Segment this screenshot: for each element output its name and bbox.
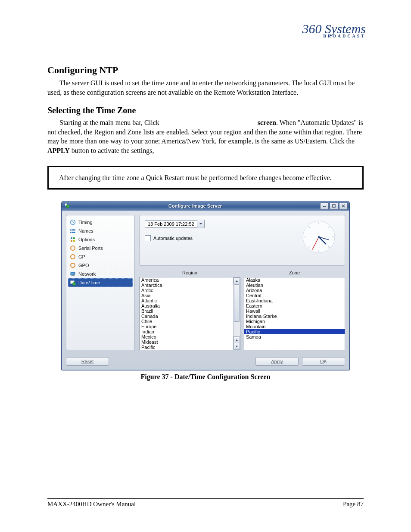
auto-updates-label: Automatic updates <box>153 236 193 241</box>
datetime-dropdown-button[interactable] <box>197 220 205 228</box>
svg-rect-15 <box>71 240 72 242</box>
zone-option[interactable]: Arizona <box>244 288 345 293</box>
sidebar-item-options[interactable]: Options <box>68 235 133 244</box>
svg-point-17 <box>71 246 75 250</box>
heading-selecting-timezone: Selecting the Time Zone <box>47 106 364 115</box>
datetime-display[interactable]: 13 Feb 2009 17:22:52 <box>145 220 197 228</box>
svg-rect-20 <box>71 272 75 275</box>
svg-point-23 <box>73 283 76 286</box>
auto-updates-checkbox[interactable] <box>145 235 151 241</box>
region-option[interactable]: America <box>140 277 233 283</box>
svg-point-19 <box>71 263 75 268</box>
window-titlebar[interactable]: Configure Image Server <box>62 201 349 211</box>
zone-column-header: Zone <box>244 269 345 277</box>
sidebar-item-label: Names <box>78 228 93 233</box>
scroll-down-icon[interactable] <box>234 343 240 350</box>
region-column-header: Region <box>139 269 240 277</box>
svg-rect-10 <box>72 230 75 231</box>
region-option[interactable]: Arctic <box>140 288 233 293</box>
para-timezone: Starting at the main menu bar, Click scr… <box>47 118 364 155</box>
window-title: Configure Image Server <box>70 203 320 208</box>
ok-button[interactable]: OK <box>302 357 345 366</box>
region-option[interactable]: Brazil <box>140 308 233 314</box>
sidebar-item-label: Date/Time <box>78 280 100 285</box>
sidebar-item-names[interactable]: Names <box>68 227 133 235</box>
svg-rect-7 <box>70 229 72 230</box>
zone-option[interactable]: Michigan <box>244 319 345 324</box>
para-ntp-intro: The server GUI is used to set the time z… <box>47 78 364 97</box>
svg-rect-12 <box>72 232 75 233</box>
svg-rect-21 <box>72 275 74 276</box>
region-option[interactable]: Australia <box>140 303 233 308</box>
heading-configuring-ntp: Configuring NTP <box>47 65 364 76</box>
window-minimize-button[interactable] <box>320 202 329 210</box>
analog-clock-icon <box>301 219 337 255</box>
sidebar-item-serial-ports[interactable]: Serial Ports <box>68 244 133 252</box>
region-option[interactable]: Antarctica <box>140 283 233 288</box>
window-maximize-button[interactable] <box>330 202 338 210</box>
zone-option[interactable]: Pacific <box>244 329 345 334</box>
region-listbox[interactable]: AmericaAntarcticaArcticAsiaAtlanticAustr… <box>139 277 240 350</box>
note-text: After changing the time zone a Quick Res… <box>59 173 352 183</box>
region-option[interactable]: Mexico <box>140 334 233 339</box>
zone-option[interactable]: Central <box>244 293 345 298</box>
sidebar: TimingNamesOptionsSerial PortsGPIGPONetw… <box>66 215 135 350</box>
region-option[interactable]: Europe <box>140 324 233 329</box>
note-box-restart: After changing the time zone a Quick Res… <box>47 166 364 190</box>
zone-listbox[interactable]: AlaskaAleutianArizonaCentralEast-Indiana… <box>244 277 345 350</box>
window-app-icon <box>64 203 70 209</box>
gpi-icon <box>70 254 76 260</box>
sidebar-item-timing[interactable]: Timing <box>68 218 133 227</box>
svg-point-36 <box>318 236 320 238</box>
sidebar-item-label: Options <box>78 237 95 242</box>
region-option[interactable]: Mideast <box>140 339 233 345</box>
apply-button[interactable]: Apply <box>255 357 299 366</box>
region-scrollbar[interactable] <box>233 277 240 350</box>
scroll-up-small-icon[interactable] <box>234 336 240 343</box>
reset-button[interactable]: Reset <box>66 357 109 366</box>
svg-rect-16 <box>73 240 75 242</box>
zone-option[interactable]: Samoa <box>244 334 345 339</box>
names-icon <box>70 228 76 234</box>
zone-option[interactable]: Alaska <box>244 277 345 283</box>
sidebar-item-label: Timing <box>78 220 93 225</box>
figure-caption: Figure 37 - Date/Time Configuration Scre… <box>47 373 364 381</box>
options-icon <box>70 236 76 243</box>
configure-image-server-window: Configure Image Server TimingNamesOption… <box>61 201 350 370</box>
svg-rect-3 <box>333 205 335 207</box>
datetime-panel: 13 Feb 2009 17:22:52 Automatic updates <box>139 215 345 266</box>
sidebar-item-label: GPO <box>78 263 89 268</box>
svg-rect-9 <box>70 230 72 231</box>
svg-rect-11 <box>70 232 72 233</box>
region-option[interactable]: Indian <box>140 329 233 334</box>
window-close-button[interactable] <box>339 202 348 210</box>
svg-rect-13 <box>71 237 72 239</box>
region-option[interactable]: Chile <box>140 319 233 324</box>
sidebar-item-label: Serial Ports <box>78 246 103 251</box>
footer-manual-title: MAXX-2400HD Owner's Manual <box>47 501 136 508</box>
scroll-up-icon[interactable] <box>234 277 240 284</box>
zone-option[interactable]: Mountain <box>244 324 345 329</box>
svg-line-6 <box>73 222 74 223</box>
sidebar-item-network[interactable]: Network <box>68 270 133 278</box>
region-option[interactable]: Atlantic <box>140 298 233 303</box>
zone-option[interactable]: East-Indiana <box>244 298 345 303</box>
zone-option[interactable]: Hawaii <box>244 308 345 314</box>
gpo-icon <box>70 262 76 268</box>
sidebar-item-date-time[interactable]: Date/Time <box>68 278 133 287</box>
region-option[interactable]: Pacific <box>140 345 233 350</box>
zone-option[interactable]: Aleutian <box>244 283 345 288</box>
sidebar-item-label: GPI <box>78 254 87 259</box>
zone-option[interactable]: Indiana-Starke <box>244 314 345 319</box>
region-option[interactable]: Canada <box>140 314 233 319</box>
zone-option[interactable]: Eastern <box>244 303 345 308</box>
sidebar-item-gpo[interactable]: GPO <box>68 261 133 270</box>
region-option[interactable]: Asia <box>140 293 233 298</box>
sidebar-item-label: Network <box>78 271 96 277</box>
network-icon <box>70 271 76 277</box>
serial-ports-icon <box>70 245 76 251</box>
footer-page-number: Page 87 <box>343 501 364 508</box>
sidebar-item-gpi[interactable]: GPI <box>68 252 133 261</box>
page-footer: MAXX-2400HD Owner's Manual Page 87 <box>47 498 364 508</box>
brand-logo: 360 Systems BROADCAST <box>302 22 366 38</box>
